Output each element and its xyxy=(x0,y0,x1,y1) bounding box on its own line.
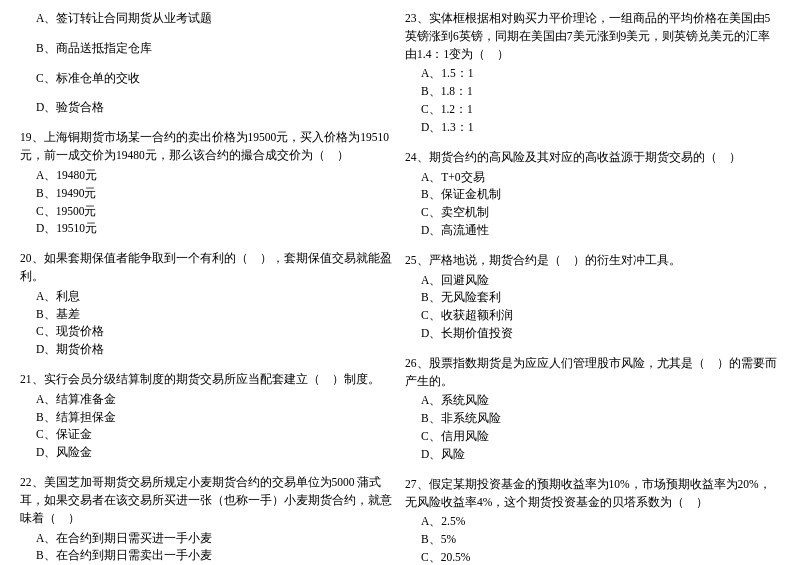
option-d-inspect: D、验货合格 xyxy=(20,99,395,117)
q20-option-c: C、现货价格 xyxy=(20,323,395,341)
question-20-text: 20、如果套期保值者能争取到一个有利的（ ），套期保值交易就能盈利。 xyxy=(20,250,395,286)
option-a-transfer: A、签订转让合同期货从业考试题 xyxy=(20,10,395,28)
question-24-text: 24、期货合约的高风险及其对应的高收益源于期货交易的（ ） xyxy=(405,149,780,167)
page-content: A、签订转让合同期货从业考试题 B、商品送抵指定仓库 C、标准仓单的交收 D、验… xyxy=(20,10,780,565)
question-19: 19、上海铜期货市场某一合约的卖出价格为19500元，买入价格为19510元，前… xyxy=(20,129,395,238)
q26-option-d: D、风险 xyxy=(405,446,780,464)
question-27: 27、假定某期投资基金的预期收益率为10%，市场预期收益率为20%，无风险收益率… xyxy=(405,476,780,565)
q24-option-b: B、保证金机制 xyxy=(405,186,780,204)
q19-option-c: C、19500元 xyxy=(20,203,395,221)
q27-option-a: A、2.5% xyxy=(405,513,780,531)
q26-option-a: A、系统风险 xyxy=(405,392,780,410)
question-26-text: 26、股票指数期货是为应应人们管理股市风险，尤其是（ ）的需要而产生的。 xyxy=(405,355,780,391)
option-c-warehouse: C、标准仓单的交收 xyxy=(20,70,395,88)
q20-option-b: B、基差 xyxy=(20,306,395,324)
question-25: 25、严格地说，期货合约是（ ）的衍生对冲工具。 A、回避风险 B、无风险套利 … xyxy=(405,252,780,343)
q25-option-c: C、收获超额利润 xyxy=(405,307,780,325)
question-23: 23、实体框根据相对购买力平价理论，一组商品的平均价格在美国由5英镑涨到6英镑，… xyxy=(405,10,780,137)
option-text: A、签订转让合同期货从业考试题 xyxy=(20,10,395,28)
q21-option-c: C、保证金 xyxy=(20,426,395,444)
q21-option-a: A、结算准备金 xyxy=(20,391,395,409)
q19-option-a: A、19480元 xyxy=(20,167,395,185)
q21-option-b: B、结算担保金 xyxy=(20,409,395,427)
question-26: 26、股票指数期货是为应应人们管理股市风险，尤其是（ ）的需要而产生的。 A、系… xyxy=(405,355,780,464)
question-19-text: 19、上海铜期货市场某一合约的卖出价格为19500元，买入价格为19510元，前… xyxy=(20,129,395,165)
q26-option-b: B、非系统风险 xyxy=(405,410,780,428)
question-24: 24、期货合约的高风险及其对应的高收益源于期货交易的（ ） A、T+0交易 B、… xyxy=(405,149,780,240)
option-b-delivery: B、商品送抵指定仓库 xyxy=(20,40,395,58)
q24-option-c: C、卖空机制 xyxy=(405,204,780,222)
q26-option-c: C、信用风险 xyxy=(405,428,780,446)
option-text: D、验货合格 xyxy=(20,99,395,117)
question-23-text: 23、实体框根据相对购买力平价理论，一组商品的平均价格在美国由5英镑涨到6英镑，… xyxy=(405,10,780,63)
question-25-text: 25、严格地说，期货合约是（ ）的衍生对冲工具。 xyxy=(405,252,780,270)
q27-option-b: B、5% xyxy=(405,531,780,549)
q21-option-d: D、风险金 xyxy=(20,444,395,462)
q19-option-b: B、19490元 xyxy=(20,185,395,203)
q27-option-c: C、20.5% xyxy=(405,549,780,565)
question-21: 21、实行会员分级结算制度的期货交易所应当配套建立（ ）制度。 A、结算准备金 … xyxy=(20,371,395,462)
q25-option-b: B、无风险套利 xyxy=(405,289,780,307)
q24-option-d: D、高流通性 xyxy=(405,222,780,240)
right-column: 23、实体框根据相对购买力平价理论，一组商品的平均价格在美国由5英镑涨到6英镑，… xyxy=(405,10,780,565)
q22-option-b: B、在合约到期日需卖出一手小麦 xyxy=(20,547,395,565)
q25-option-d: D、长期价值投资 xyxy=(405,325,780,343)
question-27-text: 27、假定某期投资基金的预期收益率为10%，市场预期收益率为20%，无风险收益率… xyxy=(405,476,780,512)
q19-option-d: D、19510元 xyxy=(20,220,395,238)
option-text: C、标准仓单的交收 xyxy=(20,70,395,88)
question-20: 20、如果套期保值者能争取到一个有利的（ ），套期保值交易就能盈利。 A、利息 … xyxy=(20,250,395,359)
option-text: B、商品送抵指定仓库 xyxy=(20,40,395,58)
left-column: A、签订转让合同期货从业考试题 B、商品送抵指定仓库 C、标准仓单的交收 D、验… xyxy=(20,10,395,565)
q23-option-c: C、1.2：1 xyxy=(405,101,780,119)
q23-option-a: A、1.5：1 xyxy=(405,65,780,83)
q22-option-a: A、在合约到期日需买进一手小麦 xyxy=(20,530,395,548)
q24-option-a: A、T+0交易 xyxy=(405,169,780,187)
q23-option-d: D、1.3：1 xyxy=(405,119,780,137)
question-22: 22、美国芝加哥期货交易所规定小麦期货合约的交易单位为5000 蒲式耳，如果交易… xyxy=(20,474,395,565)
q25-option-a: A、回避风险 xyxy=(405,272,780,290)
question-22-text: 22、美国芝加哥期货交易所规定小麦期货合约的交易单位为5000 蒲式耳，如果交易… xyxy=(20,474,395,527)
q20-option-a: A、利息 xyxy=(20,288,395,306)
q20-option-d: D、期货价格 xyxy=(20,341,395,359)
question-21-text: 21、实行会员分级结算制度的期货交易所应当配套建立（ ）制度。 xyxy=(20,371,395,389)
q23-option-b: B、1.8：1 xyxy=(405,83,780,101)
